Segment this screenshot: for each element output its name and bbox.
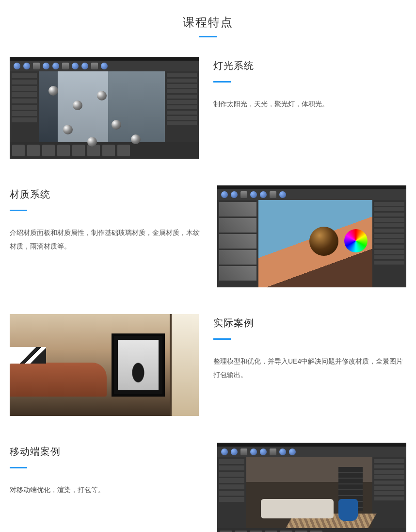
details-row: [374, 202, 404, 206]
feature-underline: [10, 467, 27, 468]
feature-case: 实际案例 整理模型和优化，并导入UE4中解决问题并修改材质，全景图片打包输出。: [10, 314, 406, 416]
feature-underline: [10, 210, 27, 211]
toolbar-icon: [260, 191, 267, 198]
material-swatch: [219, 218, 256, 233]
panel-left: [217, 200, 258, 287]
feature-lighting: 灯光系统 制作太阳光，天光，聚光灯，体积光。: [10, 57, 406, 159]
leather-bed: [10, 363, 107, 397]
toolbar-icon: [101, 63, 108, 69]
toolbar-icon: [250, 449, 257, 455]
accent-chair: [338, 499, 358, 521]
feature-underline: [213, 338, 231, 340]
app-titlebar: [10, 57, 199, 61]
details-row: [374, 245, 404, 249]
details-row: [167, 79, 197, 83]
details-row: [374, 475, 404, 479]
feature-title: 实际案例: [213, 316, 406, 330]
asset-tile: [42, 145, 55, 156]
feature-text: 材质系统 介绍材质面板和材质属性，制作基础玻璃材质，金属材质，木纹材质，雨滴材质…: [10, 185, 203, 253]
asset-tile: [117, 145, 130, 156]
toolbar-icon: [279, 191, 286, 198]
content-browser: [10, 142, 199, 159]
feature-image-material: [217, 185, 406, 287]
app-window: [10, 57, 199, 159]
feature-title: 灯光系统: [213, 59, 406, 72]
feature-image-case: [10, 314, 199, 416]
picture-frame: [112, 333, 165, 397]
light-probe-icon: [97, 91, 107, 100]
outliner-row: [12, 105, 37, 110]
outliner-row: [219, 472, 244, 477]
details-row: [374, 497, 404, 500]
feature-image-lighting: [10, 57, 199, 159]
render-scene: [10, 314, 199, 416]
toolbar-icon: [14, 63, 20, 69]
toolbar-icon: [81, 63, 88, 69]
feature-title: 移动端案例: [10, 445, 203, 458]
app-window: [217, 443, 406, 532]
feature-underline: [213, 81, 231, 83]
feature-material: 材质系统 介绍材质面板和材质属性，制作基础玻璃材质，金属材质，木纹材质，雨滴材质…: [10, 185, 406, 287]
toolbar-icon: [221, 191, 228, 198]
viewport: [39, 71, 165, 142]
outliner-row: [219, 459, 244, 464]
interior-scene: [39, 71, 165, 142]
light-probe-icon: [87, 137, 97, 147]
details-row: [167, 111, 197, 115]
toolbar-icon: [289, 449, 296, 455]
toolbar-icon: [279, 449, 286, 455]
title-underline: [199, 36, 217, 37]
feature-image-mobile: [217, 443, 406, 532]
panel-left: [10, 71, 39, 142]
toolbar-icon: [270, 449, 276, 455]
details-row: [167, 95, 197, 99]
outliner-row: [219, 497, 244, 502]
details-row: [374, 459, 404, 463]
toolbar-icon: [250, 191, 257, 198]
app-toolbar: [10, 61, 199, 71]
toolbar-icon: [231, 449, 238, 455]
material-swatch: [219, 250, 256, 265]
app-body: [10, 71, 199, 142]
details-row: [374, 234, 404, 238]
light-probe-icon: [73, 100, 82, 110]
feature-text: 灯光系统 制作太阳光，天光，聚光灯，体积光。: [213, 57, 406, 111]
feature-desc: 整理模型和优化，并导入UE4中解决问题并修改材质，全景图片打包输出。: [213, 354, 406, 382]
feature-desc: 对移动端优化，渲染，打包等。: [10, 483, 203, 497]
details-row: [374, 218, 404, 222]
toolbar-icon: [52, 63, 59, 69]
app-titlebar: [217, 185, 406, 189]
panel-right: [372, 200, 406, 287]
app-window: [217, 185, 406, 287]
toolbar-icon: [240, 191, 247, 198]
details-row: [374, 491, 404, 495]
details-row: [167, 100, 197, 104]
outliner-row: [219, 466, 244, 470]
details-row: [374, 239, 404, 243]
app-titlebar: [217, 443, 406, 447]
outliner-row: [219, 484, 244, 489]
panel-right: [372, 457, 406, 528]
details-row: [374, 470, 404, 474]
feature-title: 材质系统: [10, 188, 203, 201]
outliner-row: [12, 86, 37, 91]
toolbar-icon: [221, 449, 228, 455]
details-row: [374, 486, 404, 490]
details-row: [374, 223, 404, 227]
asset-tile: [12, 145, 25, 156]
asset-tile: [27, 145, 40, 156]
outliner-row: [12, 111, 37, 116]
outliner-row: [12, 99, 37, 103]
outliner-row: [12, 80, 37, 84]
outliner-row: [12, 117, 37, 122]
details-row: [167, 84, 197, 88]
material-swatch: [219, 266, 256, 281]
content-browser: [217, 528, 406, 532]
light-probe-icon: [112, 120, 121, 130]
page-title: 课程特点: [10, 15, 406, 30]
feature-text: 移动端案例 对移动端优化，渲染，打包等。: [10, 443, 203, 497]
feature-text: 实际案例 整理模型和优化，并导入UE4中解决问题并修改材质，全景图片打包输出。: [213, 314, 406, 382]
panel-right: [165, 71, 199, 142]
toolbar-icon: [33, 63, 40, 69]
light-probe-icon: [48, 86, 58, 96]
